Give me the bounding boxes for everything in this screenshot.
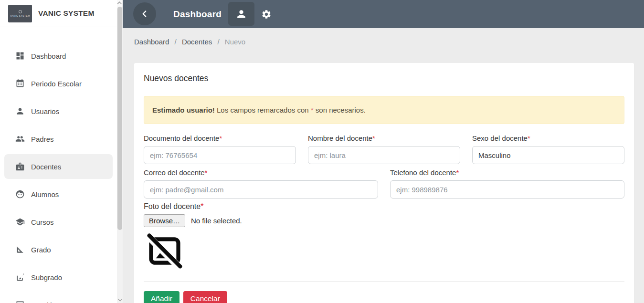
file-status-text: No file selected. xyxy=(191,217,242,225)
required-mark: * xyxy=(201,202,203,210)
brand-name: VANIC SYSTEM xyxy=(38,9,95,18)
sidebar-item-label: Alumnos xyxy=(31,190,59,199)
sexo-select[interactable]: Masculino xyxy=(472,146,624,164)
breadcrumb-docentes[interactable]: Docentes xyxy=(182,38,212,46)
sidebar-item-label: Grado xyxy=(31,246,51,254)
calendar-icon xyxy=(15,79,25,88)
documento-label: Documento del docente* xyxy=(144,134,296,142)
add-button[interactable]: Añadir xyxy=(144,291,179,303)
telefono-input[interactable] xyxy=(390,180,624,199)
field-sexo: Sexo del docente* Masculino xyxy=(472,134,624,164)
sidebar-item-docentes[interactable]: Docentes xyxy=(4,154,113,179)
logo-mini-text: VANIC SYSTEM xyxy=(10,14,30,17)
correo-input[interactable] xyxy=(144,180,378,199)
dashboard-icon xyxy=(15,51,25,61)
sidebar-item-dashboard[interactable]: Dashboard xyxy=(4,43,113,68)
brand-logo: VANIC SYSTEM xyxy=(8,5,32,22)
brand-header: VANIC SYSTEM VANIC SYSTEM xyxy=(0,0,117,27)
breadcrumb-dashboard[interactable]: Dashboard xyxy=(134,38,169,46)
nombre-label: Nombre del docente* xyxy=(308,134,460,142)
broken-image-icon xyxy=(147,233,183,269)
browse-button[interactable]: Browse… xyxy=(144,214,185,227)
sidebar-item-label: Subgrado xyxy=(31,273,62,282)
sidebar-item-grado[interactable]: Grado xyxy=(4,237,113,262)
badge-icon xyxy=(15,162,25,171)
telefono-label: Telefono del docente* xyxy=(390,168,624,177)
scrollbar-thumb[interactable] xyxy=(117,7,122,230)
chevron-left-icon xyxy=(140,10,149,18)
sidebar-item-alumnos[interactable]: Alumnos xyxy=(4,182,113,207)
school-icon xyxy=(15,217,25,227)
person-icon xyxy=(15,106,25,116)
breadcrumb: Dashboard / Docentes / Nuevo xyxy=(134,38,245,46)
people-icon xyxy=(15,134,25,144)
alert-bold-text: Estimado usuario! xyxy=(152,106,215,114)
settings-button[interactable] xyxy=(261,0,272,28)
required-mark: * xyxy=(456,168,459,177)
sidebar-item-seccion[interactable]: Sección xyxy=(4,293,113,303)
sidebar-item-label: Docentes xyxy=(31,163,61,171)
alert-text-end: son necesarios. xyxy=(316,106,366,114)
logo-emblem-icon xyxy=(19,10,22,13)
field-foto: Foto del docente* Browse… No file select… xyxy=(144,202,624,271)
ruler-icon xyxy=(15,245,25,254)
field-documento: Documento del docente* xyxy=(144,134,296,164)
foto-label: Foto del docente* xyxy=(144,202,203,210)
scroll-down-icon[interactable] xyxy=(117,296,123,303)
sidebar-scrollbar[interactable] xyxy=(117,0,123,303)
sidebar-item-label: Padres xyxy=(31,135,54,143)
gear-icon xyxy=(261,9,272,20)
sidebar-item-padres[interactable]: Padres xyxy=(4,126,113,151)
divider xyxy=(144,282,624,282)
face-icon xyxy=(15,189,25,199)
sidebar-item-label: Usuarios xyxy=(31,107,59,115)
breadcrumb-separator: / xyxy=(175,38,177,46)
field-nombre: Nombre del docente* xyxy=(308,134,460,164)
sidebar-item-label: Periodo Escolar xyxy=(31,80,82,88)
breadcrumb-nuevo: Nuevo xyxy=(225,38,245,46)
documento-input[interactable] xyxy=(144,146,296,164)
user-icon xyxy=(235,8,247,20)
cancel-button[interactable]: Cancelar xyxy=(183,291,227,303)
sidebar-item-label: Sección xyxy=(31,301,56,303)
correo-label: Correo del docente* xyxy=(144,168,378,177)
user-menu-button[interactable] xyxy=(228,2,254,26)
nombre-input[interactable] xyxy=(308,146,460,164)
breadcrumb-separator: / xyxy=(217,38,219,46)
edit-box-icon xyxy=(15,272,25,282)
alert-text: Los campos remarcados con xyxy=(217,106,309,114)
sidebar-item-periodo-escolar[interactable]: Periodo Escolar xyxy=(4,71,113,96)
page-title: Dashboard xyxy=(173,0,222,28)
info-alert: Estimado usuario! Los campos remarcados … xyxy=(144,96,624,124)
sidebar-nav: Dashboard Periodo Escolar Usuarios Padre… xyxy=(0,27,117,303)
field-telefono: Telefono del docente* xyxy=(390,168,624,199)
sidebar-item-label: Dashboard xyxy=(31,52,66,60)
sidebar: VANIC SYSTEM VANIC SYSTEM Dashboard Peri… xyxy=(0,0,117,303)
sidebar-item-label: Cursos xyxy=(31,218,54,226)
topbar: Dashboard xyxy=(123,0,644,28)
card-title: Nuevos docentes xyxy=(144,73,624,84)
back-button[interactable] xyxy=(133,2,156,25)
field-correo: Correo del docente* xyxy=(144,168,378,199)
required-mark: * xyxy=(372,134,375,142)
sexo-label: Sexo del docente* xyxy=(472,134,624,142)
new-docente-card: Nuevos docentes Estimado usuario! Los ca… xyxy=(134,63,634,303)
sidebar-item-cursos[interactable]: Cursos xyxy=(4,209,113,234)
sidebar-item-subgrado[interactable]: Subgrado xyxy=(4,265,113,290)
sidebar-item-usuarios[interactable]: Usuarios xyxy=(4,99,113,124)
required-mark: * xyxy=(219,134,222,142)
required-mark: * xyxy=(205,168,208,177)
scroll-up-icon[interactable] xyxy=(117,0,123,7)
square-icon xyxy=(15,300,25,303)
alert-required-mark: * xyxy=(311,106,314,114)
required-mark: * xyxy=(528,134,530,142)
